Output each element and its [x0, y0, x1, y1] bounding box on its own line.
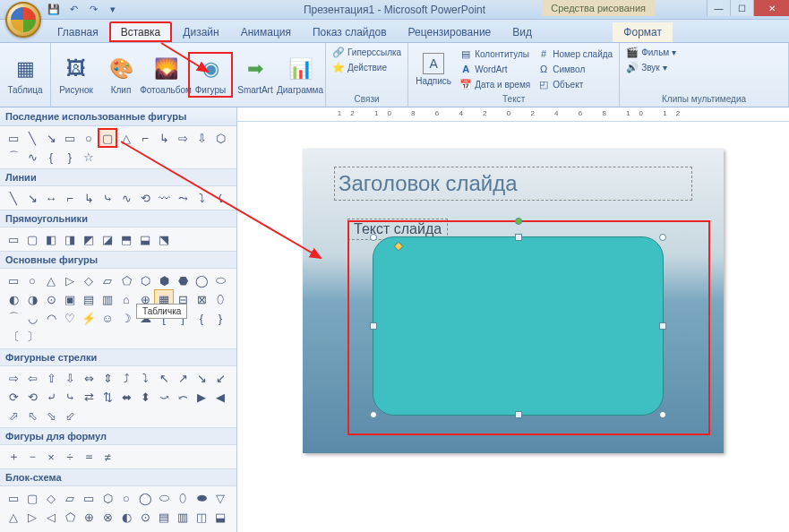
shape-r-8[interactable]: ⬓	[136, 230, 154, 248]
shape-fc-7[interactable]: ○	[117, 489, 135, 507]
shape-fc-11[interactable]: ⬬	[193, 489, 210, 507]
shape-b-38[interactable]: 〕	[23, 328, 41, 346]
shape-b-3[interactable]: △	[42, 271, 60, 289]
shape-line-1[interactable]: ╲	[4, 189, 22, 207]
shape-b-1[interactable]: ▭	[4, 271, 22, 289]
shape-elbow[interactable]: ↳	[155, 129, 173, 147]
shape-b-31[interactable]: ☽	[117, 309, 135, 327]
clip-button[interactable]: 🎨Клип	[99, 53, 142, 97]
tab-animation[interactable]: Анимация	[230, 22, 302, 42]
slidenum-button[interactable]: #Номер слайда	[535, 47, 615, 61]
shape-textbox[interactable]: ▭	[4, 129, 22, 147]
shape-a-2[interactable]: ⇦	[23, 369, 41, 387]
shape-a-18[interactable]: ⇅	[99, 388, 116, 406]
shape-r-1[interactable]: ▭	[4, 230, 22, 248]
shape-fc-19[interactable]: ◐	[117, 508, 135, 526]
shape-b-23[interactable]: ⊠	[193, 290, 210, 308]
resize-handle-e[interactable]	[659, 322, 666, 330]
shape-fc-9[interactable]: ⬭	[155, 489, 173, 507]
shape-fc-3[interactable]: ◇	[42, 489, 60, 507]
shape-line-12[interactable]: ⤹	[211, 189, 229, 207]
shape-fc-17[interactable]: ⊕	[80, 508, 98, 526]
shape-a-3[interactable]: ⇧	[42, 369, 60, 387]
shape-b-27[interactable]: ◠	[42, 309, 60, 327]
shape-arrow[interactable]: ↘	[42, 129, 60, 147]
shape-a-4[interactable]: ⇩	[61, 369, 79, 387]
shape-a-21[interactable]: ⤻	[155, 388, 173, 406]
shape-fc-2[interactable]: ▢	[23, 489, 41, 507]
shape-triangle[interactable]: △	[117, 129, 135, 147]
shape-line-6[interactable]: ⤷	[99, 189, 116, 207]
slide-title-placeholder[interactable]: Заголовок слайда	[334, 167, 692, 201]
movie-button[interactable]: 🎬Фильм ▾	[623, 45, 785, 59]
rotate-handle[interactable]	[515, 218, 522, 225]
shape-a-24[interactable]: ◀	[211, 388, 229, 406]
shape-a-1[interactable]: ⇨	[4, 369, 22, 387]
shape-line-8[interactable]: ⟲	[136, 189, 154, 207]
shape-fc-5[interactable]: ▭	[80, 489, 98, 507]
shape-oval[interactable]: ○	[80, 129, 98, 147]
shape-a-19[interactable]: ⬌	[117, 388, 135, 406]
shape-fc-18[interactable]: ⊗	[99, 508, 116, 526]
shape-fc-10[interactable]: ⬯	[174, 489, 192, 507]
shape-right-arrow[interactable]: ⇨	[174, 129, 192, 147]
shape-line-9[interactable]: 〰	[155, 189, 173, 207]
shape-line[interactable]: ╲	[23, 129, 41, 147]
shape-fc-14[interactable]: ▷	[23, 508, 41, 526]
shape-f-3[interactable]: ×	[42, 448, 60, 466]
shape-a-23[interactable]: ▶	[193, 388, 210, 406]
shape-b-24[interactable]: ⬯	[211, 290, 229, 308]
shape-f-2[interactable]: －	[23, 448, 41, 466]
resize-handle-s[interactable]	[515, 411, 522, 418]
tab-review[interactable]: Рецензирование	[398, 22, 502, 42]
resize-handle-sw[interactable]	[370, 411, 377, 418]
shape-line-3[interactable]: ↔	[42, 189, 60, 207]
tab-insert[interactable]: Вставка	[109, 21, 173, 42]
shape-brace-l[interactable]: {	[42, 148, 60, 166]
shape-b-35[interactable]: {	[193, 309, 210, 327]
shape-a-17[interactable]: ⇄	[80, 388, 98, 406]
shape-r-7[interactable]: ⬒	[117, 230, 135, 248]
shape-b-25[interactable]: ⌒	[4, 309, 22, 327]
shape-a-14[interactable]: ⟲	[23, 388, 41, 406]
shape-b-10[interactable]: ⬣	[174, 271, 192, 289]
shape-b-30[interactable]: ☺	[99, 309, 116, 327]
tab-view[interactable]: Вид	[502, 22, 543, 42]
shape-curve2[interactable]: ∿	[23, 148, 41, 166]
shape-f-5[interactable]: ＝	[80, 448, 98, 466]
resize-handle-w[interactable]	[370, 322, 377, 330]
inserted-rounded-rectangle[interactable]	[373, 236, 664, 416]
undo-icon[interactable]: ↶	[66, 3, 81, 17]
shape-fc-26[interactable]: ⬖	[23, 527, 41, 532]
shape-fc-27[interactable]: ⬗	[42, 527, 60, 532]
picture-button[interactable]: 🖼Рисунок	[55, 53, 98, 97]
shape-fc-12[interactable]: ▽	[211, 489, 229, 507]
minimize-button[interactable]: —	[707, 0, 730, 16]
shape-r-3[interactable]: ◧	[42, 230, 60, 248]
shape-b-13[interactable]: ◐	[4, 290, 22, 308]
shape-a-9[interactable]: ↖	[155, 369, 173, 387]
shape-b-2[interactable]: ○	[23, 271, 41, 289]
action-button[interactable]: ⭐Действие	[330, 60, 404, 74]
shape-line-10[interactable]: ⤳	[174, 189, 192, 207]
shape-b-36[interactable]: }	[211, 309, 229, 327]
symbol-button[interactable]: ΩСимвол	[535, 62, 615, 76]
close-button[interactable]: ✕	[753, 0, 789, 16]
shape-a-7[interactable]: ⤴	[117, 369, 135, 387]
shape-b-7[interactable]: ⬠	[117, 271, 135, 289]
shape-fc-6[interactable]: ⬡	[99, 489, 116, 507]
shape-b-26[interactable]: ◡	[23, 309, 41, 327]
shape-curve1[interactable]: ⌒	[4, 148, 22, 166]
shape-a-22[interactable]: ⤺	[174, 388, 192, 406]
shape-rect[interactable]: ▭	[61, 129, 79, 147]
qat-menu-icon[interactable]: ▾	[106, 3, 120, 17]
shape-b-5[interactable]: ◇	[80, 271, 98, 289]
shape-l[interactable]: ⌐	[136, 129, 154, 147]
shape-b-28[interactable]: ♡	[61, 309, 79, 327]
shape-a-16[interactable]: ⤷	[61, 388, 79, 406]
shape-fc-8[interactable]: ◯	[136, 489, 154, 507]
shape-a-26[interactable]: ⬁	[23, 407, 41, 425]
resize-handle-n[interactable]	[515, 234, 522, 241]
hyperlink-button[interactable]: 🔗Гиперссылка	[330, 45, 404, 59]
shape-line-4[interactable]: ⌐	[61, 189, 79, 207]
